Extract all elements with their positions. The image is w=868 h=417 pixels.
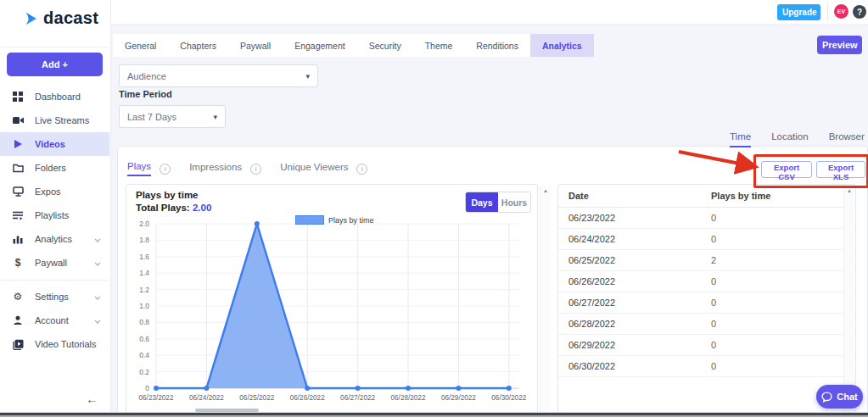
table-cell-plays: 0 [711, 297, 716, 308]
dashboard-icon [12, 92, 24, 103]
sidebar-item-account[interactable]: Account [0, 309, 109, 332]
chat-label: Chat [837, 392, 857, 402]
export-xls-button[interactable]: Export XLS [816, 161, 865, 178]
playlists-icon [12, 210, 24, 221]
sidebar-item-paywall[interactable]: $ Paywall [0, 251, 109, 275]
tab-theme[interactable]: Theme [413, 34, 465, 57]
svg-text:1.0: 1.0 [139, 302, 149, 310]
table-cell-date: 06/25/2022 [558, 255, 711, 265]
folders-icon [12, 163, 24, 174]
table-body: 06/23/2022006/24/2022006/25/2022206/26/2… [558, 208, 855, 377]
preview-button[interactable]: Preview [817, 36, 862, 54]
sidebar-item-video-tutorials[interactable]: Video Tutorials [0, 332, 109, 356]
paywall-icon: $ [12, 258, 24, 269]
svg-text:1.4: 1.4 [139, 269, 149, 277]
tab-general[interactable]: General [113, 34, 168, 57]
sidebar-nav: Dashboard Live Streams Videos Folders Ex… [0, 85, 109, 356]
table-scrollbar[interactable]: ▲ [843, 186, 854, 417]
metric-tab-impressions[interactable]: Impressions [189, 162, 242, 175]
sidebar-item-label: Settings [35, 292, 69, 302]
header-divider [827, 3, 828, 20]
table-cell-date: 06/27/2022 [558, 297, 711, 308]
chart-total-value: 2.00 [193, 203, 211, 213]
svg-text:1.8: 1.8 [139, 236, 149, 244]
metric-tab-unique-viewers[interactable]: Unique Viewers [280, 162, 348, 175]
help-icon[interactable]: ? [853, 5, 866, 19]
sidebar-item-dashboard[interactable]: Dashboard [0, 85, 109, 108]
table-cell-plays: 0 [711, 361, 716, 371]
metric-tabs: Plays i Impressions i Unique Viewers i [127, 161, 378, 176]
table-cell-plays: 0 [711, 276, 716, 286]
tab-chapters[interactable]: Chapters [168, 34, 228, 57]
table-row: 06/23/20220 [558, 208, 855, 229]
svg-text:0.2: 0.2 [139, 368, 149, 376]
tab-analytics[interactable]: Analytics [530, 34, 594, 57]
sidebar-section-divider [0, 275, 109, 285]
table-cell-date: 06/28/2022 [558, 319, 711, 329]
caret-down-icon: ▾ [213, 113, 217, 121]
table-row: 06/28/20220 [558, 314, 855, 335]
view-tab-time[interactable]: Time [730, 131, 751, 147]
table-cell-date: 06/26/2022 [558, 276, 711, 286]
info-icon[interactable]: i [160, 164, 171, 175]
sidebar-item-label: Folders [35, 163, 66, 173]
sidebar-collapse-arrow[interactable]: ← [86, 392, 98, 406]
export-csv-button[interactable]: Export CSV [761, 161, 812, 178]
column-header-plays: Plays by time [711, 191, 770, 201]
view-tab-location[interactable]: Location [771, 131, 808, 147]
scroll-up-icon[interactable]: ▲ [543, 188, 548, 415]
chart-scrollbar[interactable]: ▲ [540, 186, 551, 415]
toggle-days-button[interactable]: Days [466, 192, 498, 212]
svg-text:06/24/2022: 06/24/2022 [189, 394, 224, 402]
audience-select[interactable]: Audience ▾ [119, 64, 318, 87]
logo-text: dacast [43, 8, 98, 28]
legend-swatch [295, 215, 324, 225]
sidebar-item-playlists[interactable]: Playlists [0, 203, 109, 227]
upgrade-button[interactable]: Upgrade [777, 4, 820, 20]
metric-tab-plays[interactable]: Plays [127, 161, 151, 176]
svg-text:06/30/2022: 06/30/2022 [491, 394, 526, 402]
svg-text:06/29/2022: 06/29/2022 [441, 394, 476, 402]
sidebar-item-label: Expos [35, 186, 61, 197]
toggle-hours-button[interactable]: Hours [498, 192, 530, 212]
sidebar-item-videos[interactable]: Videos [0, 132, 109, 156]
column-header-date: Date [558, 191, 711, 201]
dacast-logo[interactable]: dacast [24, 8, 98, 28]
avatar[interactable]: EV [834, 4, 848, 19]
sidebar-item-folders[interactable]: Folders [0, 156, 109, 180]
caret-down-icon: ▾ [305, 72, 310, 81]
chevron-down-icon [94, 258, 101, 268]
table-cell-date: 06/24/2022 [558, 234, 711, 244]
table-cell-plays: 0 [711, 234, 716, 244]
table-cell-plays: 2 [711, 255, 716, 265]
tab-security[interactable]: Security [357, 34, 413, 57]
chart-title: Plays by time [136, 190, 199, 200]
table-cell-date: 06/23/2022 [558, 213, 711, 223]
scroll-up-icon[interactable]: ▲ [847, 188, 852, 417]
info-icon[interactable]: i [250, 164, 261, 175]
time-period-select[interactable]: Last 7 Days ▾ [119, 105, 226, 128]
tab-engagement[interactable]: Engagement [283, 34, 357, 57]
sidebar-item-label: Live Streams [35, 115, 89, 125]
svg-text:06/27/2022: 06/27/2022 [340, 394, 375, 402]
add-button[interactable]: Add + [7, 53, 103, 76]
sidebar-item-settings[interactable]: ⚙ Settings [0, 285, 109, 309]
sidebar-item-label: Account [35, 315, 69, 325]
settings-icon: ⚙ [12, 292, 24, 303]
tab-paywall[interactable]: Paywall [228, 34, 283, 57]
plays-table: Date Plays by time 06/23/2022006/24/2022… [557, 184, 856, 417]
legend-label: Plays by time [328, 216, 374, 225]
svg-text:0.8: 0.8 [139, 318, 149, 326]
sidebar-item-live-streams[interactable]: Live Streams [0, 108, 109, 132]
table-row: 06/25/20222 [558, 250, 855, 271]
sidebar-divider [0, 47, 109, 47]
table-cell-date: 06/30/2022 [558, 361, 711, 371]
tab-renditions[interactable]: Renditions [464, 34, 530, 57]
view-tab-browser[interactable]: Browser [829, 131, 865, 147]
info-icon[interactable]: i [356, 164, 367, 175]
chat-button[interactable]: Chat [816, 385, 863, 409]
chart-total: Total Plays: 2.00 [136, 203, 211, 213]
sidebar-item-analytics[interactable]: Analytics [0, 227, 109, 251]
sidebar-item-label: Playlists [35, 210, 69, 220]
sidebar-item-expos[interactable]: Expos [0, 180, 109, 203]
